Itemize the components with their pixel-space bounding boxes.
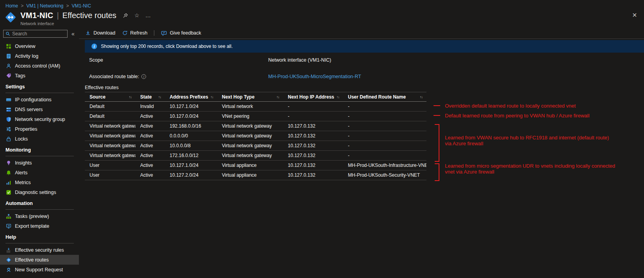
- cell-next-hop-ip: -: [283, 113, 343, 119]
- cell-address-prefix: 0.0.0.0/0: [165, 133, 217, 139]
- sidebar-item-label: Export template: [15, 223, 49, 229]
- sidebar-item-label: Tags: [15, 73, 25, 79]
- sidebar-item-dns-servers[interactable]: DNS servers: [0, 104, 79, 114]
- sidebar-section-monitoring: Monitoring: [5, 147, 74, 156]
- sidebar-item-ip-configurations[interactable]: IP configurations: [0, 95, 79, 104]
- cell-state: Invalid: [135, 104, 165, 109]
- annotation-dash: [434, 115, 440, 116]
- diagnostic-settings-icon: [5, 189, 11, 195]
- sidebar-item-label: Alerts: [15, 170, 27, 176]
- cell-source: User: [85, 163, 135, 168]
- table-row[interactable]: Default Active 10.127.0.0/24 VNet peerin…: [85, 112, 426, 121]
- give-feedback-button[interactable]: Give feedback: [161, 30, 201, 36]
- cell-source: Virtual network gateway: [85, 153, 135, 158]
- cell-address-prefix: 10.127.1.0/24: [165, 104, 217, 109]
- sidebar-item-access-control[interactable]: Access control (IAM): [0, 61, 79, 71]
- overview-icon: [5, 43, 11, 49]
- sort-icon[interactable]: ↑↓: [337, 95, 339, 99]
- page-title-resource: VM1-NIC: [20, 11, 53, 20]
- annotation-text: Default learned route from peering to VW…: [445, 113, 626, 119]
- column-header-next-hop-ip[interactable]: Next Hop IP Address↑↓: [283, 94, 343, 100]
- sidebar-item-properties[interactable]: Properties: [0, 124, 79, 134]
- cell-state: Active: [135, 163, 165, 168]
- sidebar-item-label: Tasks (preview): [15, 214, 49, 219]
- sort-icon[interactable]: ↑↓: [129, 95, 132, 99]
- sidebar-item-diagnostic-settings[interactable]: Diagnostic settings: [0, 187, 79, 197]
- column-header-next-hop-type[interactable]: Next Hop Type↑↓: [217, 94, 283, 100]
- cell-udr-name: -: [343, 143, 426, 148]
- refresh-button[interactable]: Refresh: [122, 30, 148, 36]
- sidebar: « Overview Activity log Access control (…: [0, 27, 79, 278]
- annotation-dash: [434, 105, 440, 106]
- column-header-source[interactable]: Source↑↓: [85, 94, 135, 100]
- favorite-star-icon[interactable]: ☆: [134, 13, 139, 18]
- sort-icon[interactable]: ↑↓: [210, 95, 213, 99]
- sidebar-item-export-template[interactable]: Export template: [0, 221, 79, 231]
- column-header-state[interactable]: State↑↓: [135, 94, 165, 100]
- toolbar: Download Refresh Give feedback: [79, 27, 644, 39]
- download-label: Download: [93, 30, 115, 36]
- effective-routes-section-title: Effective routes: [85, 85, 119, 90]
- sidebar-item-alerts[interactable]: Alerts: [0, 168, 79, 177]
- more-options-icon[interactable]: …: [145, 13, 151, 18]
- effective-routes-icon: [5, 257, 11, 263]
- sort-icon[interactable]: ↑↓: [158, 95, 161, 99]
- table-row[interactable]: Virtual network gateway Active 192.168.0…: [85, 121, 426, 131]
- table-row[interactable]: Virtual network gateway Active 10.0.0.0/…: [85, 141, 426, 151]
- pin-icon[interactable]: [123, 13, 128, 18]
- route-table-link[interactable]: MH-Prod-UKSouth-MicroSegmentation-RT: [268, 74, 361, 79]
- sidebar-item-tasks-preview[interactable]: Tasks (preview): [0, 211, 79, 221]
- cell-udr-name: -: [343, 153, 426, 158]
- feedback-icon: [161, 30, 167, 36]
- sidebar-item-locks[interactable]: Locks: [0, 134, 79, 144]
- properties-icon: [5, 126, 11, 132]
- download-button[interactable]: Download: [85, 30, 115, 36]
- cell-next-hop-ip: 10.127.0.132: [283, 172, 343, 178]
- metrics-icon: [5, 179, 11, 185]
- column-header-udr-name[interactable]: User Defined Route Name↑↓: [343, 94, 426, 100]
- title-separator: |: [57, 11, 59, 20]
- sidebar-item-effective-security-rules[interactable]: Effective security rules: [0, 245, 79, 255]
- sidebar-item-new-support-request[interactable]: New Support Request: [0, 265, 79, 274]
- breadcrumb-vm1-networking[interactable]: VM1 | Networking: [26, 3, 63, 9]
- annotation-bracket: [439, 163, 443, 181]
- collapse-sidebar-icon[interactable]: «: [70, 31, 76, 37]
- cell-next-hop-type: Virtual network gateway: [217, 123, 283, 129]
- scope-field: Scope Network interface (VM1-NIC): [89, 57, 103, 63]
- cell-state: Active: [135, 123, 165, 129]
- tasks-icon: [5, 213, 11, 219]
- search-input[interactable]: [12, 31, 65, 37]
- sidebar-item-overview[interactable]: Overview: [0, 41, 79, 51]
- close-icon[interactable]: ×: [632, 11, 637, 19]
- table-row[interactable]: Virtual network gateway Active 0.0.0.0/0…: [85, 131, 426, 141]
- breadcrumb-vm1-nic[interactable]: VM1-NIC: [72, 3, 91, 9]
- column-header-address-prefixes[interactable]: Address Prefixes↑↓: [165, 94, 217, 100]
- sidebar-item-network-security-group[interactable]: Network security group: [0, 114, 79, 124]
- info-banner-text: Showing only top 200 records, click Down…: [101, 44, 233, 49]
- sidebar-item-label: DNS servers: [15, 107, 43, 112]
- sidebar-item-label: New Support Request: [15, 267, 63, 273]
- table-row[interactable]: User Active 10.127.2.0/24 Virtual applia…: [85, 170, 426, 180]
- sidebar-item-label: Effective security rules: [15, 247, 64, 253]
- table-row[interactable]: Virtual network gateway Active 172.16.0.…: [85, 151, 426, 161]
- page-title-blade: Effective routes: [62, 11, 116, 20]
- cell-udr-name: MH-Prod-UKSouth-Security-VNET: [343, 172, 426, 178]
- sidebar-item-effective-routes[interactable]: Effective routes: [0, 255, 79, 265]
- info-tooltip-icon[interactable]: i: [141, 74, 146, 79]
- sort-icon[interactable]: ↑↓: [420, 95, 423, 99]
- blade-title: VM1-NIC | Effective routes ☆ … Network i…: [5, 11, 151, 26]
- sidebar-item-insights[interactable]: Insights: [0, 158, 79, 168]
- refresh-label: Refresh: [130, 30, 148, 36]
- table-row[interactable]: Default Invalid 10.127.1.0/24 Virtual ne…: [85, 102, 426, 112]
- sort-icon[interactable]: ↑↓: [276, 95, 279, 99]
- sidebar-item-tags[interactable]: Tags: [0, 71, 79, 80]
- breadcrumb-home[interactable]: Home: [5, 3, 18, 9]
- sidebar-search[interactable]: [3, 30, 68, 38]
- table-row[interactable]: User Active 10.127.1.0/24 Virtual applia…: [85, 161, 426, 170]
- cell-address-prefix: 172.16.0.0/12: [165, 153, 217, 158]
- sidebar-item-activity-log[interactable]: Activity log: [0, 51, 79, 61]
- sidebar-item-label: Access control (IAM): [15, 63, 60, 69]
- sidebar-item-metrics[interactable]: Metrics: [0, 177, 79, 187]
- cell-source: User: [85, 172, 135, 178]
- cell-udr-name: -: [343, 133, 426, 139]
